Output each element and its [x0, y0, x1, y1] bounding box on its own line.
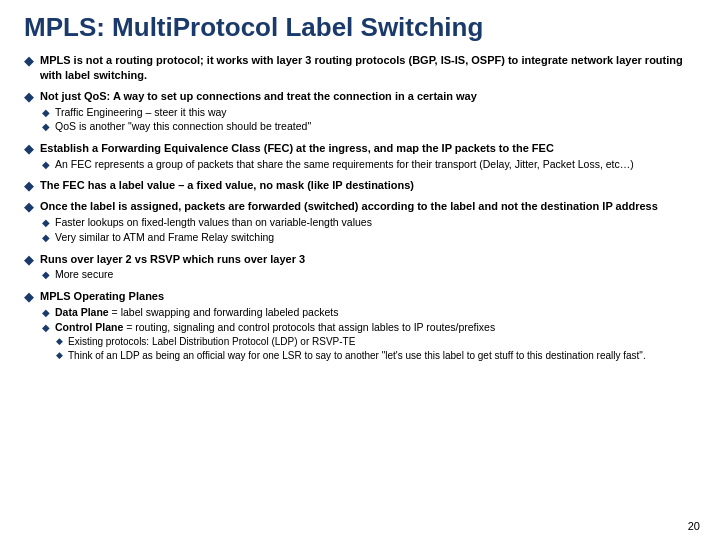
- bullet-main-text: Once the label is assigned, packets are …: [40, 199, 696, 214]
- sub-sub-bullet-text: Think of an LDP as being an official way…: [68, 349, 646, 362]
- sub-sub-bullet-item: ◆Existing protocols: Label Distribution …: [56, 335, 696, 348]
- sub-bullets-list: ◆Faster lookups on fixed-length values t…: [42, 216, 696, 244]
- bullet-item-bullet2: ◆Not just QoS: A way to set up connectio…: [24, 89, 696, 135]
- bullet-item-bullet6: ◆Runs over layer 2 vs RSVP which runs ov…: [24, 252, 696, 283]
- bullet-content: Establish a Forwarding Equivalence Class…: [40, 141, 696, 172]
- bullet-content: Not just QoS: A way to set up connection…: [40, 89, 696, 135]
- sub-bullets-list: ◆More secure: [42, 268, 696, 282]
- bullet-main-text: Establish a Forwarding Equivalence Class…: [40, 141, 696, 156]
- bullet-diamond-icon: ◆: [24, 178, 34, 193]
- sub-sub-diamond-icon: ◆: [56, 350, 63, 360]
- sub-bullet-item: ◆QoS is another "way this connection sho…: [42, 120, 696, 134]
- sub-bullet-text: Traffic Engineering – steer it this way: [55, 106, 227, 120]
- sub-bullet-item: ◆More secure: [42, 268, 696, 282]
- bullet-main-text: Not just QoS: A way to set up connection…: [40, 89, 696, 104]
- bullet-main-text: The FEC has a label value – a fixed valu…: [40, 178, 696, 193]
- page-number: 20: [688, 520, 700, 532]
- bullet-main-text: MPLS is not a routing protocol; it works…: [40, 53, 696, 83]
- sub-bullets-list: ◆An FEC represents a group of packets th…: [42, 158, 696, 172]
- sub-bullet-item: ◆An FEC represents a group of packets th…: [42, 158, 696, 172]
- bullet-diamond-icon: ◆: [24, 89, 34, 104]
- bullet-diamond-icon: ◆: [24, 199, 34, 214]
- sub-bullet-text: More secure: [55, 268, 113, 282]
- sub-bullet-text: QoS is another "way this connection shou…: [55, 120, 311, 134]
- bullet-content: MPLS is not a routing protocol; it works…: [40, 53, 696, 83]
- sub-bullet-item: ◆Faster lookups on fixed-length values t…: [42, 216, 696, 230]
- bullet-main-text: MPLS Operating Planes: [40, 289, 696, 304]
- sub-bullet-item: ◆Control Plane = routing, signaling and …: [42, 321, 696, 335]
- sub-diamond-icon: ◆: [42, 322, 50, 333]
- sub-sub-bullets-list: ◆Existing protocols: Label Distribution …: [56, 335, 696, 362]
- sub-sub-bullet-item: ◆Think of an LDP as being an official wa…: [56, 349, 696, 362]
- sub-bullet-text: Data Plane = label swapping and forwardi…: [55, 306, 338, 320]
- bullet-diamond-icon: ◆: [24, 141, 34, 156]
- sub-sub-bullet-text: Existing protocols: Label Distribution P…: [68, 335, 355, 348]
- bullet-item-bullet5: ◆Once the label is assigned, packets are…: [24, 199, 696, 245]
- sub-bullet-text: Control Plane = routing, signaling and c…: [55, 321, 495, 335]
- bullet-diamond-icon: ◆: [24, 252, 34, 267]
- bullet-item-bullet7: ◆MPLS Operating Planes◆Data Plane = labe…: [24, 289, 696, 363]
- sub-sub-diamond-icon: ◆: [56, 336, 63, 346]
- bullet-item-bullet3: ◆Establish a Forwarding Equivalence Clas…: [24, 141, 696, 172]
- bullet-content: Once the label is assigned, packets are …: [40, 199, 696, 245]
- sub-diamond-icon: ◆: [42, 217, 50, 228]
- sub-diamond-icon: ◆: [42, 232, 50, 243]
- sub-bullet-text: An FEC represents a group of packets tha…: [55, 158, 634, 172]
- sub-bullet-item: ◆Traffic Engineering – steer it this way: [42, 106, 696, 120]
- sub-diamond-icon: ◆: [42, 107, 50, 118]
- bullet-content: MPLS Operating Planes◆Data Plane = label…: [40, 289, 696, 363]
- sub-diamond-icon: ◆: [42, 307, 50, 318]
- bullet-diamond-icon: ◆: [24, 289, 34, 304]
- sub-diamond-icon: ◆: [42, 269, 50, 280]
- page: MPLS: MultiProtocol Label Switching ◆MPL…: [0, 0, 720, 540]
- bullet-diamond-icon: ◆: [24, 53, 34, 68]
- bullet-content: Runs over layer 2 vs RSVP which runs ove…: [40, 252, 696, 283]
- sub-bullets-list: ◆Traffic Engineering – steer it this way…: [42, 106, 696, 134]
- sub-bullet-item: ◆Very similar to ATM and Frame Relay swi…: [42, 231, 696, 245]
- sub-bullet-text: Faster lookups on fixed-length values th…: [55, 216, 372, 230]
- sub-bullets-list: ◆Data Plane = label swapping and forward…: [42, 306, 696, 362]
- sub-diamond-icon: ◆: [42, 159, 50, 170]
- bullet-content: The FEC has a label value – a fixed valu…: [40, 178, 696, 193]
- sub-bullet-item: ◆Data Plane = label swapping and forward…: [42, 306, 696, 320]
- page-title: MPLS: MultiProtocol Label Switching: [24, 12, 696, 43]
- sub-diamond-icon: ◆: [42, 121, 50, 132]
- bullet-item-bullet4: ◆The FEC has a label value – a fixed val…: [24, 178, 696, 193]
- bullet-item-bullet1: ◆MPLS is not a routing protocol; it work…: [24, 53, 696, 83]
- bullets-container: ◆MPLS is not a routing protocol; it work…: [24, 53, 696, 363]
- bullet-main-text: Runs over layer 2 vs RSVP which runs ove…: [40, 252, 696, 267]
- sub-bullet-text: Very similar to ATM and Frame Relay swit…: [55, 231, 274, 245]
